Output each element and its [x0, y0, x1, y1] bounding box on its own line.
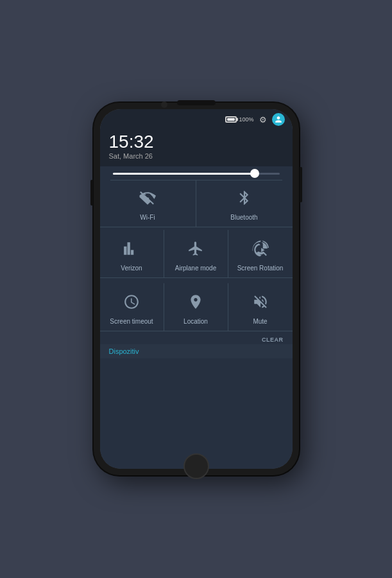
wifi-toggle[interactable]: Wi-Fi	[100, 180, 196, 227]
verizon-toggle[interactable]: Verizon	[100, 230, 164, 278]
home-button[interactable]	[183, 453, 209, 479]
bottom-bar: Dispozitiv	[100, 344, 293, 358]
dispozitiv-label[interactable]: Dispozitiv	[109, 347, 139, 355]
battery-fill	[227, 118, 235, 121]
rotation-icon	[248, 236, 273, 261]
bluetooth-icon	[232, 186, 257, 210]
time-display: 15:32	[109, 132, 284, 152]
airplane-icon	[183, 236, 208, 261]
screen-timeout-toggle[interactable]: Screen timeout	[100, 283, 164, 331]
date-display: Sat, March 26	[109, 152, 284, 160]
verizon-label: Verizon	[121, 265, 142, 272]
mute-icon	[248, 290, 273, 314]
battery-icon	[225, 116, 237, 123]
front-camera	[161, 101, 167, 108]
user-avatar[interactable]	[272, 113, 285, 126]
time-area: 15:32 Sat, March 26	[100, 130, 293, 166]
speaker	[177, 100, 216, 105]
quick-settings-panel: Wi-Fi Bluetooth	[100, 166, 293, 469]
clock-icon	[119, 290, 144, 314]
screen-content: 100% ⚙ 15:32 Sat, March 26	[100, 109, 293, 469]
row3-grid: Screen timeout Location	[100, 281, 293, 334]
wifi-label: Wi-Fi	[140, 214, 155, 222]
location-toggle[interactable]: Location	[164, 283, 228, 331]
row2-grid: Verizon Airplane mode	[100, 227, 293, 281]
phone-screen: 100% ⚙ 15:32 Sat, March 26	[100, 109, 293, 469]
clear-row: CLEAR	[100, 334, 293, 344]
rotation-label: Screen Rotation	[237, 265, 284, 272]
brightness-thumb[interactable]	[250, 169, 259, 178]
location-label: Location	[183, 318, 208, 326]
brightness-track[interactable]	[113, 173, 280, 175]
status-bar: 100% ⚙	[100, 109, 293, 130]
screen-timeout-label: Screen timeout	[110, 318, 153, 326]
bluetooth-toggle[interactable]: Bluetooth	[196, 180, 293, 227]
rotation-toggle[interactable]: Screen Rotation	[228, 230, 293, 278]
bluetooth-label: Bluetooth	[230, 214, 257, 222]
brightness-row[interactable]	[100, 166, 293, 180]
wifi-icon	[135, 186, 160, 210]
clear-button[interactable]: CLEAR	[262, 337, 284, 343]
settings-icon[interactable]: ⚙	[259, 115, 267, 125]
mute-label: Mute	[253, 318, 267, 326]
location-icon	[183, 290, 208, 314]
mute-toggle[interactable]: Mute	[228, 283, 293, 331]
power-button[interactable]	[300, 167, 302, 202]
phone-device: 100% ⚙ 15:32 Sat, March 26	[94, 103, 299, 475]
airplane-label: Airplane mode	[175, 265, 216, 272]
wifi-bt-row: Wi-Fi Bluetooth	[100, 180, 293, 227]
volume-button[interactable]	[90, 180, 93, 206]
battery-percentage: 100%	[239, 116, 253, 123]
brightness-fill	[113, 173, 255, 175]
battery-indicator: 100%	[225, 116, 253, 123]
airplane-toggle[interactable]: Airplane mode	[164, 230, 228, 278]
signal-icon	[119, 236, 144, 261]
